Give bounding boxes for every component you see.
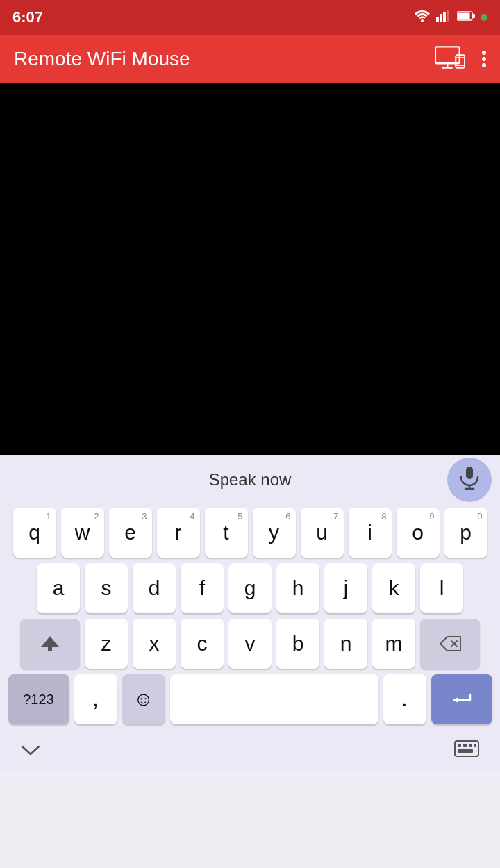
- key-s[interactable]: s: [85, 563, 128, 613]
- key-row-4: ?123 , ☺ .: [3, 674, 497, 724]
- key-t[interactable]: 5 t: [205, 508, 248, 558]
- keyboard-selector-icon[interactable]: [454, 740, 479, 761]
- svg-rect-20: [458, 744, 461, 747]
- status-bar: 6:07: [0, 0, 500, 35]
- key-f[interactable]: f: [181, 563, 224, 613]
- status-time: 6:07: [12, 8, 43, 26]
- svg-rect-14: [466, 467, 473, 479]
- key-period[interactable]: .: [383, 674, 426, 724]
- content-area[interactable]: [0, 83, 500, 455]
- svg-rect-23: [458, 749, 473, 753]
- key-u[interactable]: 7 u: [301, 508, 344, 558]
- key-b[interactable]: b: [276, 619, 319, 669]
- svg-rect-2: [440, 14, 442, 22]
- key-l[interactable]: l: [420, 563, 463, 613]
- signal-icon: [436, 10, 451, 26]
- svg-rect-24: [474, 744, 476, 747]
- key-num-switch[interactable]: ?123: [8, 674, 69, 724]
- wifi-icon: [414, 10, 431, 26]
- key-o[interactable]: 9 o: [397, 508, 440, 558]
- key-row-3: z x c v b n m: [3, 619, 497, 669]
- app-bar: Remote WiFi Mouse: [0, 35, 500, 83]
- monitor-icon[interactable]: [435, 46, 465, 72]
- key-w[interactable]: 2 w: [61, 508, 104, 558]
- key-q[interactable]: 1 q: [13, 508, 56, 558]
- svg-rect-21: [463, 744, 467, 747]
- key-enter[interactable]: [431, 674, 492, 724]
- more-menu-icon[interactable]: [482, 51, 486, 67]
- key-a[interactable]: a: [37, 563, 80, 613]
- key-shift[interactable]: [20, 619, 80, 669]
- speak-text: Speak now: [209, 470, 292, 490]
- key-k[interactable]: k: [372, 563, 415, 613]
- keyboard-area: Speak now 1 q 2 w: [0, 455, 500, 771]
- svg-rect-1: [436, 17, 439, 22]
- hide-keyboard-icon[interactable]: [21, 741, 40, 760]
- key-r[interactable]: 4 r: [157, 508, 200, 558]
- app-title: Remote WiFi Mouse: [14, 48, 435, 70]
- svg-rect-3: [443, 12, 446, 22]
- key-m[interactable]: m: [372, 619, 415, 669]
- key-c[interactable]: c: [181, 619, 224, 669]
- key-row-1: 1 q 2 w 3 e 4 r 5 t 6 y: [3, 508, 497, 558]
- key-y[interactable]: 6 y: [253, 508, 296, 558]
- key-g[interactable]: g: [228, 563, 272, 613]
- key-j[interactable]: j: [324, 563, 367, 613]
- speak-bar: Speak now: [0, 455, 500, 505]
- key-row-2: a s d f g h j k l: [3, 563, 497, 613]
- key-z[interactable]: z: [85, 619, 128, 669]
- key-p[interactable]: 0 p: [444, 508, 488, 558]
- svg-rect-22: [469, 744, 472, 747]
- svg-rect-6: [458, 12, 470, 19]
- bottom-bar: [0, 730, 500, 771]
- mic-button[interactable]: [447, 458, 492, 502]
- status-icons: [414, 10, 488, 26]
- key-emoji[interactable]: ☺: [122, 674, 165, 724]
- key-d[interactable]: d: [133, 563, 176, 613]
- svg-point-0: [421, 19, 424, 22]
- key-h[interactable]: h: [276, 563, 319, 613]
- battery-icon: [457, 10, 475, 25]
- svg-rect-19: [455, 741, 478, 756]
- key-x[interactable]: x: [133, 619, 176, 669]
- key-space[interactable]: [170, 674, 378, 724]
- key-e[interactable]: 3 e: [109, 508, 152, 558]
- battery-dot: [481, 14, 488, 21]
- keyboard-rows: 1 q 2 w 3 e 4 r 5 t 6 y: [0, 505, 500, 724]
- key-v[interactable]: v: [228, 619, 272, 669]
- app-bar-actions: [435, 46, 486, 72]
- key-i[interactable]: 8 i: [349, 508, 392, 558]
- svg-rect-7: [472, 14, 475, 18]
- svg-rect-4: [447, 10, 449, 22]
- mic-icon: [459, 466, 480, 494]
- key-backspace[interactable]: [420, 619, 480, 669]
- key-n[interactable]: n: [324, 619, 367, 669]
- key-comma[interactable]: ,: [74, 674, 117, 724]
